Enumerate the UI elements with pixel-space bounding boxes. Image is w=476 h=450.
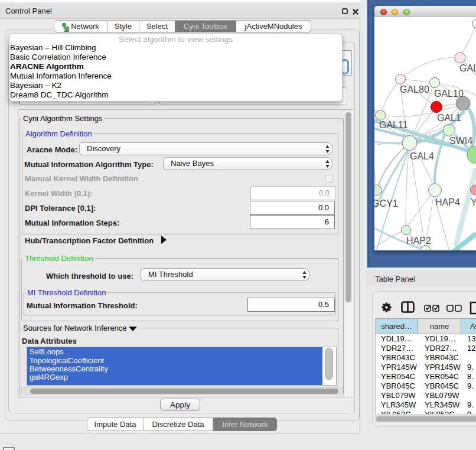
svg-text:GAL7: GAL7 <box>459 63 476 73</box>
svg-text:SWI4: SWI4 <box>449 136 472 146</box>
svg-text:GAL80: GAL80 <box>400 84 429 94</box>
svg-text:GAL1: GAL1 <box>437 113 461 123</box>
svg-text:HAP4: HAP4 <box>435 197 460 207</box>
svg-text:GCY1: GCY1 <box>374 198 398 208</box>
svg-text:GAL10: GAL10 <box>434 89 464 99</box>
svg-text:Y: Y <box>471 197 476 207</box>
svg-text:GAL4: GAL4 <box>410 151 434 161</box>
svg-text:HAP2: HAP2 <box>406 236 431 246</box>
svg-text:GAL11: GAL11 <box>379 120 408 130</box>
